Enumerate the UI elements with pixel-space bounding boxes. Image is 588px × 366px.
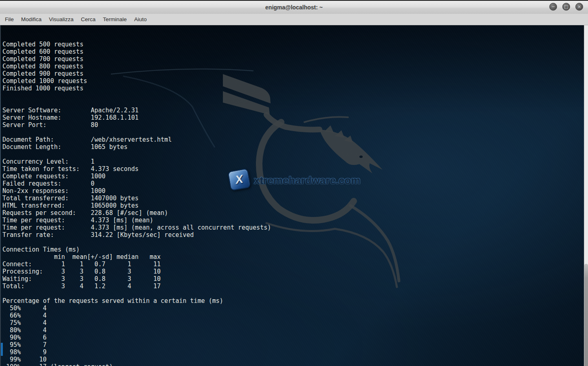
titlebar[interactable]: enigma@localhost: ~ − □ × bbox=[0, 0, 588, 14]
maximize-button[interactable]: □ bbox=[562, 3, 570, 11]
menu-visualizza[interactable]: Visualizza bbox=[46, 15, 77, 24]
menu-terminale[interactable]: Terminale bbox=[100, 15, 130, 24]
close-icon: × bbox=[577, 4, 581, 9]
window-title: enigma@localhost: ~ bbox=[0, 4, 588, 11]
minimize-icon: − bbox=[551, 4, 555, 9]
minimize-button[interactable]: − bbox=[549, 3, 557, 11]
menu-file[interactable]: File bbox=[2, 15, 17, 24]
scrollbar-track[interactable] bbox=[584, 25, 588, 366]
menu-modifica[interactable]: Modifica bbox=[18, 15, 44, 24]
terminal-output: Completed 500 requestsCompleted 600 requ… bbox=[2, 41, 271, 366]
scrollbar-thumb[interactable] bbox=[584, 264, 588, 366]
menu-aiuto[interactable]: Aiuto bbox=[131, 15, 150, 24]
close-button[interactable]: × bbox=[575, 3, 583, 11]
menu-cerca[interactable]: Cerca bbox=[78, 15, 99, 24]
terminal-screen[interactable]: X xtremehardware.com Completed 500 reque… bbox=[0, 25, 584, 366]
maximize-icon: □ bbox=[564, 4, 568, 9]
edge-accent-strip bbox=[1, 343, 3, 356]
window-controls: − □ × bbox=[549, 3, 583, 11]
menubar: File Modifica Visualizza Cerca Terminale… bbox=[0, 14, 588, 25]
